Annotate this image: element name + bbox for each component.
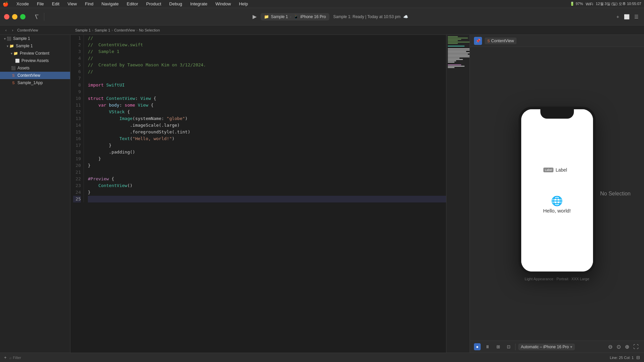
preview-toolbar-sep bbox=[515, 344, 516, 350]
menu-find[interactable]: Find bbox=[84, 1, 95, 6]
sidebar-toggle-button[interactable]: ⎲ bbox=[34, 12, 40, 21]
add-button[interactable]: + bbox=[615, 13, 621, 21]
content-view-preview: 🌐 Hello, world! bbox=[543, 195, 571, 214]
library-button[interactable]: ⬜ bbox=[623, 13, 631, 21]
window-close-button[interactable] bbox=[4, 14, 9, 19]
zoom-controls: ⊖ ⊙ ⊕ ⛶ bbox=[607, 343, 640, 351]
zoom-fill-button[interactable]: ⛶ bbox=[632, 343, 640, 351]
file-navigator: ▾ ⬛ Sample 1 ▾ 📁 Sample 1 ▾ 📁 Preview Co… bbox=[0, 35, 70, 353]
menu-xcode[interactable]: Xcode bbox=[15, 1, 30, 6]
preview-swift-icon: S bbox=[487, 39, 490, 43]
menu-debug[interactable]: Debug bbox=[168, 1, 183, 6]
window-maximize-button[interactable] bbox=[20, 14, 25, 19]
code-editor[interactable]: 12345 678910 1112131415 1617181920 21222… bbox=[70, 35, 446, 353]
status-text: Sample 1: Ready | Today at 10:53 pm bbox=[333, 14, 400, 19]
sidebar-item-contentview[interactable]: S ContentView bbox=[0, 72, 70, 79]
iphone-mockup: Label Label 🌐 Hello, world! bbox=[519, 107, 596, 274]
zoom-out-button[interactable]: ⊖ bbox=[607, 343, 614, 351]
editor-layout-button[interactable]: ⊟ bbox=[636, 355, 640, 360]
zoom-in-button[interactable]: ⊕ bbox=[624, 343, 631, 351]
hello-world-text: Hello, world! bbox=[543, 208, 571, 214]
menu-status-area: 🔋 97% WiFi 12월 3일 (일) 오후 10:55:07 bbox=[570, 1, 641, 6]
menu-editor[interactable]: Editor bbox=[125, 1, 140, 6]
sidebar-item-project[interactable]: ▾ ⬛ Sample 1 bbox=[0, 35, 70, 42]
menu-navigate[interactable]: Navigate bbox=[100, 1, 120, 6]
preview-canvas[interactable]: Label Label 🌐 Hello, world! Light Appear… bbox=[470, 47, 644, 341]
line-col-indicator: Line: 25 Col: 1 bbox=[610, 356, 634, 360]
line-numbers: 12345 678910 1112131415 1617181920 21222… bbox=[70, 35, 84, 202]
menu-window[interactable]: Window bbox=[214, 1, 232, 6]
project-icon: ⬛ bbox=[6, 36, 12, 41]
device-appearance-label: Light Appearance · Portrait · XXX Large bbox=[525, 277, 589, 281]
build-status: Sample 1: Ready | Today at 10:53 pm ☁️ bbox=[333, 14, 408, 19]
code-text[interactable]: // // ContentView.swift // Sample 1 // /… bbox=[84, 35, 446, 202]
preview-grid-button[interactable]: ⊞ bbox=[494, 343, 502, 350]
apple-logo: 🍎 bbox=[3, 1, 8, 7]
breadcrumb-file[interactable]: ContentView bbox=[114, 28, 135, 32]
toolbar-center: ▶ 📁 Sample 1 › 📱 iPhone 16 Pro Sample 1:… bbox=[48, 13, 612, 20]
folder-icon-preview: 📁 bbox=[13, 51, 18, 56]
iphone-notch bbox=[540, 109, 574, 119]
zoom-fit-button[interactable]: ⊙ bbox=[615, 343, 622, 351]
filter-input[interactable] bbox=[13, 356, 40, 360]
breadcrumb-target[interactable]: Sample 1 bbox=[95, 28, 110, 32]
sidebar-item-assets[interactable]: ⬛ Assets bbox=[0, 64, 70, 72]
toolbar-right: + ⬜ ☰ bbox=[615, 13, 640, 21]
menu-view[interactable]: View bbox=[66, 1, 78, 6]
assets-catalog-icon: ⬛ bbox=[11, 65, 16, 71]
globe-icon: 🌐 bbox=[551, 195, 563, 206]
toolbar: ⎲ ▶ 📁 Sample 1 › 📱 iPhone 16 Pro Sample … bbox=[0, 8, 644, 25]
minimap bbox=[446, 35, 470, 353]
assets-icon: ⬜ bbox=[15, 58, 20, 63]
window-minimize-button[interactable] bbox=[12, 14, 17, 19]
menu-product[interactable]: Product bbox=[145, 1, 163, 6]
preview-bottom-toolbar: ● ⏸ ⊞ ⊡ Automatic – iPhone 16 Pro ▾ ⊖ ⊙ … bbox=[470, 341, 644, 353]
label-badge: Label bbox=[543, 168, 553, 172]
inspector-toggle[interactable]: ☰ bbox=[633, 13, 640, 21]
scheme-separator: › bbox=[290, 14, 291, 19]
add-file-button[interactable]: + bbox=[4, 355, 7, 360]
nav-location: ContentView bbox=[17, 28, 38, 32]
disclosure-arrow-preview: ▾ bbox=[11, 52, 12, 55]
sidebar-item-preview-assets[interactable]: ⬜ Preview Assets bbox=[0, 57, 70, 64]
sidebar-app-label: Sample_1App bbox=[17, 80, 43, 85]
breadcrumb-project[interactable]: Sample 1 bbox=[75, 28, 91, 32]
nav-forward-button[interactable]: › bbox=[11, 27, 15, 34]
run-button[interactable]: ▶ bbox=[253, 13, 257, 20]
battery-indicator: 🔋 97% bbox=[570, 2, 583, 6]
disclosure-arrow: ▾ bbox=[4, 37, 6, 41]
sidebar-assets-label: Assets bbox=[17, 66, 30, 70]
menu-file[interactable]: File bbox=[36, 1, 45, 6]
pin-button[interactable]: 📌 bbox=[474, 37, 482, 45]
sidebar-item-app[interactable]: S Sample_1App bbox=[0, 79, 70, 86]
scheme-name: Sample 1 bbox=[271, 14, 288, 19]
scheme-icon: 📁 bbox=[264, 14, 269, 19]
chevron-down-icon: ▾ bbox=[570, 345, 572, 349]
nav-back-button[interactable]: ‹ bbox=[4, 27, 8, 34]
breadcrumb-selection[interactable]: No Selection bbox=[139, 28, 160, 32]
preview-view-selector[interactable]: S ContentView bbox=[485, 38, 517, 44]
main-layout: ▾ ⬛ Sample 1 ▾ 📁 Sample 1 ▾ 📁 Preview Co… bbox=[0, 35, 644, 353]
clock: 12월 3일 (일) 오후 10:55:07 bbox=[596, 1, 641, 6]
sidebar-target-label: Sample 1 bbox=[16, 44, 33, 48]
preview-variants-button[interactable]: ⊡ bbox=[505, 343, 513, 350]
sidebar-preview-content-label: Preview Content bbox=[20, 51, 49, 56]
preview-live-button[interactable]: ● bbox=[474, 343, 481, 350]
sidebar-item-preview-content[interactable]: ▾ 📁 Preview Content bbox=[0, 50, 70, 57]
preview-pause-button[interactable]: ⏸ bbox=[483, 343, 492, 350]
device-selector-button[interactable]: Automatic – iPhone 16 Pro ▾ bbox=[518, 344, 575, 350]
sidebar-item-target[interactable]: ▾ 📁 Sample 1 bbox=[0, 42, 70, 50]
no-selection-label: No Selection bbox=[600, 191, 631, 197]
toolbar-separator-1 bbox=[44, 13, 44, 21]
folder-icon: 📁 bbox=[9, 43, 14, 49]
menu-edit[interactable]: Edit bbox=[51, 1, 61, 6]
tab-bar: ‹ › ContentView Sample 1 › Sample 1 › Co… bbox=[0, 25, 644, 35]
iphone-screen: Label Label 🌐 Hello, world! bbox=[521, 109, 593, 272]
scheme-selector[interactable]: 📁 Sample 1 › 📱 iPhone 16 Pro bbox=[261, 13, 329, 20]
device-icon: 📱 bbox=[293, 14, 299, 19]
editor-wrapper: 12345 678910 1112131415 1617181920 21222… bbox=[70, 35, 644, 353]
menu-integrate[interactable]: Integrate bbox=[189, 1, 209, 6]
menu-help[interactable]: Help bbox=[237, 1, 249, 6]
sidebar-preview-assets-label: Preview Assets bbox=[21, 58, 49, 63]
wifi-indicator: WiFi bbox=[586, 2, 593, 6]
